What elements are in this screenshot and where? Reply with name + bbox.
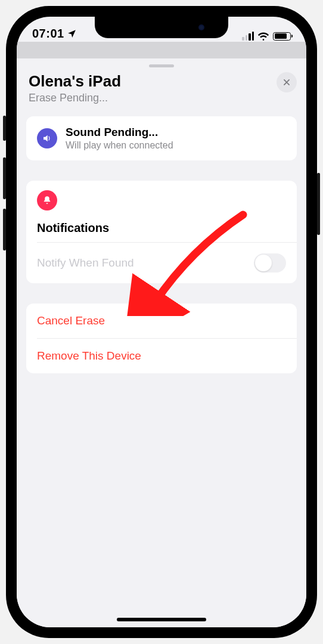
close-icon <box>282 78 291 86</box>
sound-pending-subtitle: Will play when connected <box>66 140 173 151</box>
speaker-icon <box>37 128 57 148</box>
location-icon <box>67 29 77 39</box>
notifications-header: Notifications <box>26 210 297 242</box>
close-button[interactable] <box>277 72 297 92</box>
remove-device-button[interactable]: Remove This Device <box>26 339 297 373</box>
screen: 07:01 Ol <box>17 17 306 627</box>
cancel-erase-button[interactable]: Cancel Erase <box>26 304 297 338</box>
sound-pending-row[interactable]: Sound Pending... Will play when connecte… <box>26 116 297 160</box>
sheet-header: Olena's iPad Erase Pending... <box>17 71 306 116</box>
notify-when-found-toggle[interactable] <box>254 253 286 273</box>
device-sheet: Olena's iPad Erase Pending... Sound Pend… <box>17 58 306 627</box>
notifications-card: Notifications Notify When Found <box>26 181 297 283</box>
notifications-icon-row <box>26 181 297 210</box>
notch <box>95 17 228 38</box>
volume-down-button <box>3 209 6 250</box>
device-name: Olena's iPad <box>29 72 121 91</box>
battery-icon <box>273 32 291 41</box>
status-time: 07:01 <box>32 27 77 41</box>
power-button <box>317 173 320 235</box>
mute-switch <box>3 116 6 141</box>
backdrop <box>17 42 306 58</box>
cellular-signal-icon <box>242 32 254 41</box>
actions-card: Cancel Erase Remove This Device <box>26 304 297 373</box>
front-camera-icon <box>198 24 204 30</box>
sound-pending-title: Sound Pending... <box>66 126 173 139</box>
sound-pending-card: Sound Pending... Will play when connecte… <box>26 116 297 160</box>
status-time-text: 07:01 <box>32 27 64 41</box>
sheet-grabber[interactable] <box>149 64 174 67</box>
bell-icon <box>37 190 57 210</box>
notify-when-found-row: Notify When Found <box>26 243 297 283</box>
volume-up-button <box>3 157 6 199</box>
device-status: Erase Pending... <box>29 92 121 104</box>
home-indicator[interactable] <box>117 618 206 621</box>
wifi-icon <box>257 32 269 41</box>
notify-when-found-label: Notify When Found <box>37 256 134 270</box>
phone-frame: 07:01 Ol <box>6 6 317 638</box>
